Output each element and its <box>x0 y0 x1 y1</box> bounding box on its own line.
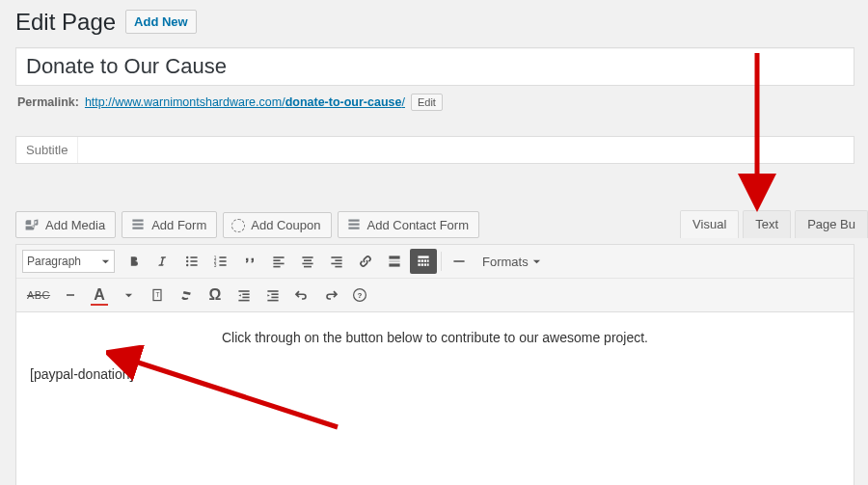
content-line-1: Click through on the button below to con… <box>30 330 840 345</box>
svg-rect-30 <box>424 259 426 261</box>
svg-rect-7 <box>219 256 226 258</box>
add-form-button[interactable]: Add Form <box>122 211 217 238</box>
svg-rect-23 <box>335 266 341 268</box>
text-color-picker[interactable] <box>115 283 142 308</box>
indent-button[interactable] <box>259 283 286 308</box>
svg-rect-17 <box>304 259 312 261</box>
svg-rect-29 <box>421 259 423 261</box>
svg-rect-44 <box>267 290 278 292</box>
svg-rect-35 <box>427 263 429 265</box>
strikethrough-button[interactable]: ABC <box>22 283 55 308</box>
permalink-row: Permalink: http://www.warnimontshardware… <box>17 94 866 111</box>
redo-button[interactable] <box>317 283 344 308</box>
svg-point-0 <box>186 256 188 258</box>
tab-text[interactable]: Text <box>743 210 791 238</box>
subtitle-label: Subtitle <box>16 137 77 163</box>
svg-point-4 <box>186 264 188 266</box>
chevron-down-icon <box>124 291 133 300</box>
align-left-button[interactable] <box>265 249 292 274</box>
special-character-button[interactable]: Ω <box>202 283 229 308</box>
svg-rect-31 <box>427 259 429 261</box>
align-right-button[interactable] <box>323 249 350 274</box>
add-new-button[interactable]: Add New <box>125 10 197 34</box>
paragraph-select[interactable]: Paragraph <box>22 250 115 273</box>
editor-content[interactable]: Click through on the button below to con… <box>15 312 854 485</box>
svg-rect-19 <box>304 266 312 268</box>
paste-text-button[interactable]: T <box>144 283 171 308</box>
form-icon <box>346 217 362 232</box>
svg-rect-46 <box>271 297 278 299</box>
keyboard-help-button[interactable]: ? <box>346 283 373 308</box>
svg-rect-24 <box>389 256 399 258</box>
formats-menu[interactable]: Formats <box>475 255 549 269</box>
svg-rect-25 <box>389 260 399 262</box>
text-color-button[interactable]: A <box>86 283 113 308</box>
svg-rect-21 <box>335 259 341 261</box>
svg-rect-13 <box>273 259 280 261</box>
blockquote-button[interactable] <box>236 249 263 274</box>
svg-rect-16 <box>302 256 312 258</box>
permalink-label: Permalink: <box>17 95 79 109</box>
content-line-2: [paypal-donation] <box>30 366 840 382</box>
svg-rect-27 <box>418 256 428 257</box>
svg-text:?: ? <box>358 291 363 300</box>
svg-text:3: 3 <box>214 263 217 268</box>
hr-short-button[interactable] <box>57 283 84 308</box>
svg-rect-5 <box>190 264 197 266</box>
svg-rect-26 <box>389 263 399 266</box>
svg-rect-34 <box>424 263 426 265</box>
undo-button[interactable] <box>288 283 315 308</box>
svg-rect-12 <box>273 256 284 258</box>
chevron-down-icon <box>532 257 541 266</box>
toolbar-toggle-button[interactable] <box>410 249 437 274</box>
svg-rect-42 <box>242 297 249 299</box>
editor-toolbar: Paragraph 123 Formats <box>15 244 854 312</box>
svg-rect-15 <box>273 266 280 268</box>
coupon-icon <box>231 219 245 232</box>
svg-rect-47 <box>267 300 278 302</box>
add-contact-form-button[interactable]: Add Contact Form <box>338 211 480 238</box>
link-button[interactable] <box>352 249 379 274</box>
svg-rect-1 <box>190 256 197 258</box>
svg-rect-32 <box>418 263 420 265</box>
svg-text:T: T <box>155 291 159 298</box>
add-media-button[interactable]: Add Media <box>15 211 116 238</box>
add-coupon-button[interactable]: Add Coupon <box>223 212 331 238</box>
svg-rect-11 <box>219 264 226 266</box>
svg-rect-22 <box>331 263 341 265</box>
page-heading: Edit Page <box>15 11 116 34</box>
svg-rect-36 <box>453 260 464 262</box>
numbered-list-button[interactable]: 123 <box>207 249 234 274</box>
subtitle-input[interactable] <box>77 137 854 163</box>
chevron-down-icon <box>101 257 110 266</box>
svg-rect-43 <box>238 300 249 302</box>
form-icon <box>130 217 146 232</box>
svg-rect-45 <box>271 293 278 295</box>
hr-button[interactable] <box>446 249 473 274</box>
bold-button[interactable] <box>121 249 148 274</box>
read-more-button[interactable] <box>381 249 408 274</box>
outdent-button[interactable] <box>231 283 258 308</box>
svg-rect-9 <box>219 260 226 262</box>
permalink-edit-button[interactable]: Edit <box>411 94 443 111</box>
clear-formatting-button[interactable] <box>173 283 200 308</box>
svg-rect-28 <box>418 259 420 261</box>
tab-visual[interactable]: Visual <box>680 210 739 238</box>
italic-button[interactable] <box>149 249 176 274</box>
tab-page-builder[interactable]: Page Bu <box>795 210 868 238</box>
svg-rect-18 <box>302 263 312 265</box>
camera-music-icon <box>24 217 40 232</box>
svg-rect-20 <box>331 256 341 258</box>
post-title-input[interactable] <box>15 47 854 86</box>
svg-rect-3 <box>190 260 197 262</box>
svg-rect-41 <box>242 293 249 295</box>
svg-rect-37 <box>67 294 74 296</box>
permalink-link[interactable]: http://www.warnimontshardware.com/donate… <box>85 95 405 109</box>
align-center-button[interactable] <box>294 249 321 274</box>
svg-point-2 <box>186 260 188 262</box>
svg-rect-33 <box>421 263 423 265</box>
svg-rect-40 <box>238 290 249 292</box>
bullet-list-button[interactable] <box>178 249 205 274</box>
svg-rect-14 <box>273 263 284 265</box>
